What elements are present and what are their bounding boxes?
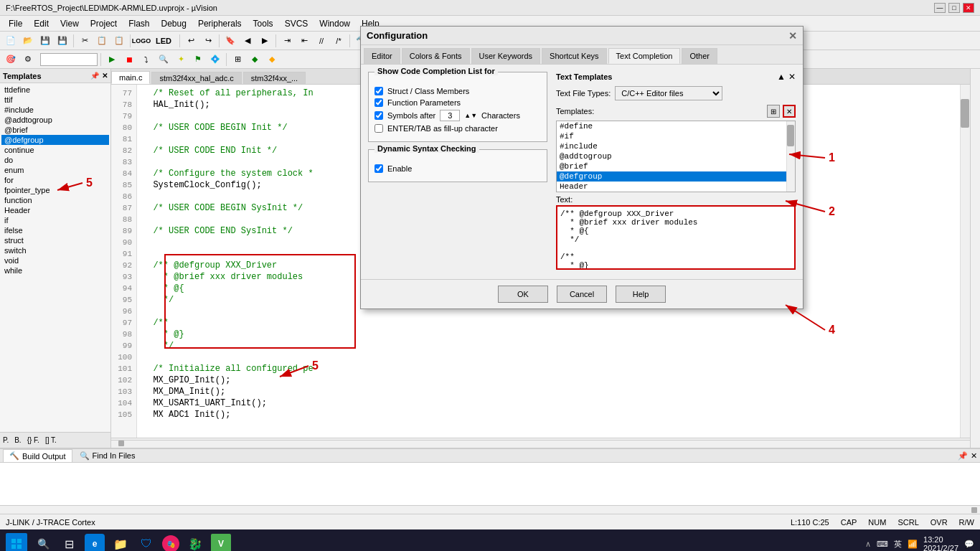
extra-button3[interactable]: ◆ xyxy=(264,52,280,67)
template-item[interactable]: for xyxy=(1,175,109,185)
copy-button[interactable]: 📋 xyxy=(94,34,110,48)
logo-button[interactable]: LOGO xyxy=(133,34,149,48)
templates-scrollbar[interactable] xyxy=(786,121,795,192)
ok-button[interactable]: OK xyxy=(498,286,548,303)
template-item[interactable]: Header xyxy=(1,205,109,215)
vertical-scrollbar[interactable] xyxy=(960,85,970,438)
start-button[interactable] xyxy=(6,533,27,551)
menu-flash[interactable]: Flash xyxy=(123,17,155,30)
uncomment-button[interactable]: /* xyxy=(331,34,347,48)
dialog-tab-shortcut-keys[interactable]: Shortcut Keys xyxy=(542,48,606,64)
template-item[interactable]: @defgroup xyxy=(1,135,109,145)
menu-peripherals[interactable]: Peripherals xyxy=(192,17,248,30)
template-list-item[interactable]: Header xyxy=(557,182,795,192)
app2-icon[interactable]: 🐉 xyxy=(185,534,205,551)
save-button[interactable]: 💾 xyxy=(37,34,53,48)
tab-t[interactable]: [] T. xyxy=(42,435,60,446)
search-input[interactable] xyxy=(40,53,98,66)
menu-project[interactable]: Project xyxy=(85,17,123,30)
bookmark-button[interactable]: 🔖 xyxy=(222,34,238,48)
tab-main-c[interactable]: main.c xyxy=(111,71,150,84)
template-list-item[interactable]: @defgroup xyxy=(557,171,795,182)
template-item[interactable]: fpointer_type xyxy=(1,185,109,195)
extra-button1[interactable]: ⊞ xyxy=(230,52,245,67)
template-item[interactable]: function xyxy=(1,195,109,205)
zoom-button[interactable]: 🔍 xyxy=(156,52,171,67)
template-list-item[interactable]: #define xyxy=(557,121,795,131)
function-params-checkbox[interactable] xyxy=(374,98,383,107)
menu-file[interactable]: File xyxy=(3,17,28,30)
template-item[interactable]: enum xyxy=(1,165,109,175)
menu-window[interactable]: Window xyxy=(314,17,356,30)
template-item[interactable]: ttdefine xyxy=(1,85,109,95)
settings-button[interactable]: ⚙ xyxy=(20,52,36,67)
template-list-item[interactable]: #if xyxy=(557,131,795,141)
symbols-count-input[interactable] xyxy=(440,110,460,121)
template-list-item[interactable]: #include xyxy=(557,141,795,151)
delete-template-button[interactable]: ✕ xyxy=(783,105,796,118)
close-bottom-icon[interactable]: ✕ xyxy=(971,451,977,461)
struct-class-checkbox[interactable] xyxy=(374,87,383,95)
menu-debug[interactable]: Debug xyxy=(156,17,192,30)
new-file-button[interactable]: 📄 xyxy=(3,34,19,48)
close-templates-icon[interactable]: ✕ xyxy=(788,72,796,82)
templates-list[interactable]: #define#if#include@addtogroup@brief@defg… xyxy=(556,121,796,192)
dialog-tab-colors-&-fonts[interactable]: Colors & Fonts xyxy=(402,48,470,64)
next-bookmark-button[interactable]: ▶ xyxy=(257,34,273,48)
comment-button[interactable]: // xyxy=(314,34,329,48)
bottom-hscroll[interactable] xyxy=(0,505,980,514)
menu-edit[interactable]: Edit xyxy=(28,17,55,30)
tab-find-in-files[interactable]: 🔍 Find In Files xyxy=(74,449,141,462)
run-button[interactable]: ▶ xyxy=(104,52,120,67)
template-item[interactable]: #include xyxy=(1,105,109,115)
tab-p[interactable]: P. xyxy=(0,435,11,446)
notification-icon[interactable]: 💬 xyxy=(964,540,974,549)
tab-hal-adc[interactable]: stm32f4xx_hal_adc.c xyxy=(151,72,241,84)
tab-stm32f4xx[interactable]: stm32f4xx_... xyxy=(243,72,306,84)
template-item[interactable]: switch xyxy=(1,245,109,255)
chip-button[interactable]: 💠 xyxy=(207,52,223,67)
cancel-button[interactable]: Cancel xyxy=(557,286,607,303)
open-button[interactable]: 📂 xyxy=(20,34,36,48)
template-item[interactable]: ifelse xyxy=(1,225,109,235)
template-item[interactable]: @addtogroup xyxy=(1,115,109,125)
dialog-tab-text-completion[interactable]: Text Completion xyxy=(608,48,681,64)
template-list-item[interactable]: @addtogroup xyxy=(557,151,795,161)
tab-f[interactable]: {} F. xyxy=(24,435,42,446)
undo-button[interactable]: ↩ xyxy=(183,34,199,48)
template-item[interactable]: continue xyxy=(1,145,109,155)
cut-button[interactable]: ✂ xyxy=(77,34,93,48)
tab-build-output[interactable]: 🔨 Build Output xyxy=(3,449,72,462)
template-list-item[interactable]: @brief xyxy=(557,161,795,171)
add-template-button[interactable]: ⊞ xyxy=(767,105,780,118)
magic-button[interactable]: ✦ xyxy=(173,52,189,67)
pin-icon[interactable]: 📌 xyxy=(90,72,99,80)
target-button[interactable]: 🎯 xyxy=(3,52,19,67)
template-item[interactable]: @brief xyxy=(1,125,109,135)
enter-tab-checkbox[interactable] xyxy=(374,124,383,133)
template-item[interactable]: if xyxy=(1,215,109,225)
menu-view[interactable]: View xyxy=(55,17,85,30)
task-view-icon[interactable]: ⊟ xyxy=(59,534,79,551)
help-button[interactable]: Help xyxy=(616,286,666,303)
app1-icon[interactable]: 🎭 xyxy=(162,535,179,551)
edge-icon[interactable]: e xyxy=(85,534,105,551)
dialog-tab-editor[interactable]: Editor xyxy=(364,48,400,64)
dialog-close-button[interactable]: ✕ xyxy=(788,30,797,42)
defender-icon[interactable]: 🛡 xyxy=(136,534,156,551)
explorer-icon[interactable]: 📁 xyxy=(110,534,131,551)
indent-button[interactable]: ⇥ xyxy=(279,34,295,48)
template-item[interactable]: void xyxy=(1,255,109,265)
close-button[interactable]: ✕ xyxy=(963,3,974,13)
minimize-button[interactable]: — xyxy=(934,3,946,13)
save-all-button[interactable]: 💾 xyxy=(55,34,70,48)
symbols-spinner[interactable]: ▲▼ xyxy=(464,112,477,119)
enable-syntax-checkbox[interactable] xyxy=(374,164,383,173)
template-item[interactable]: struct xyxy=(1,235,109,245)
template-item[interactable]: ttif xyxy=(1,95,109,105)
extra-button2[interactable]: ◆ xyxy=(247,52,263,67)
template-item[interactable]: do xyxy=(1,155,109,165)
panel-close-button[interactable]: ✕ xyxy=(102,72,108,80)
app3-icon[interactable]: V xyxy=(211,534,231,551)
maximize-button[interactable]: □ xyxy=(948,3,960,13)
